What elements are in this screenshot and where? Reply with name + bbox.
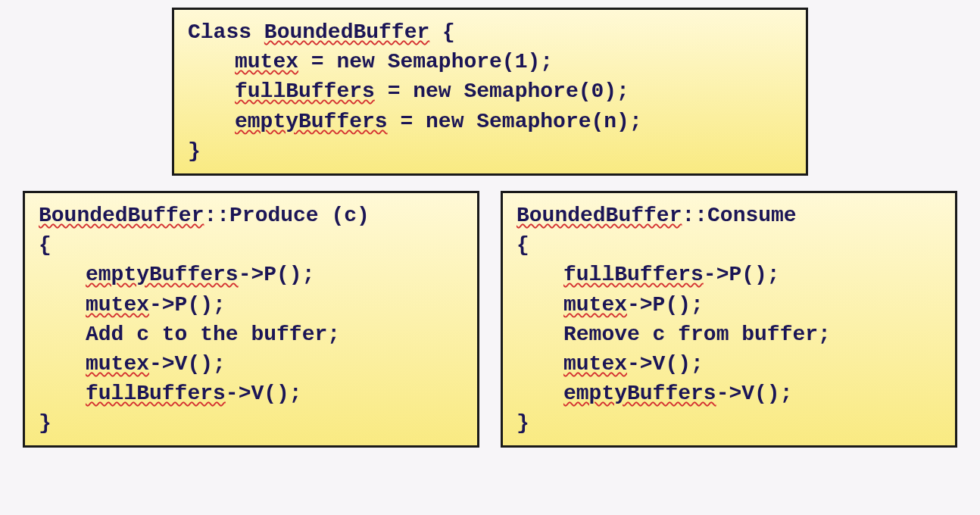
identifier-mutex: mutex	[235, 50, 298, 73]
code-line: Class BoundedBuffer {	[188, 17, 792, 47]
slide-container: Class BoundedBuffer { mutex = new Semaph…	[23, 8, 957, 448]
text: ->P();	[704, 263, 780, 286]
text: ->V();	[627, 352, 704, 376]
code-line: fullBuffers->P();	[517, 260, 941, 289]
text: }	[517, 411, 529, 435]
code-line: mutex->V();	[517, 349, 941, 379]
identifier-fullbuffers: fullBuffers	[563, 263, 704, 286]
identifier-mutex: mutex	[86, 293, 149, 317]
identifier-boundedbuffer: BoundedBuffer	[264, 20, 429, 44]
text: ->P();	[239, 263, 315, 286]
text: ::Produce (c)	[204, 204, 369, 227]
code-line: }	[188, 136, 792, 166]
identifier-fullbuffers: fullBuffers	[235, 80, 375, 103]
text: {	[39, 233, 51, 257]
identifier-fullbuffers: fullBuffers	[86, 382, 226, 405]
text: ::Consume	[682, 204, 796, 227]
text: Class	[188, 20, 264, 44]
text: ->V();	[226, 382, 302, 405]
produce-method-box: BoundedBuffer::Produce (c) { emptyBuffer…	[23, 191, 479, 448]
identifier-mutex: mutex	[86, 352, 149, 376]
code-line: BoundedBuffer::Produce (c)	[39, 201, 463, 230]
identifier-boundedbuffer: BoundedBuffer	[517, 204, 682, 227]
text: }	[39, 411, 51, 435]
code-line: {	[39, 230, 463, 260]
class-definition-box: Class BoundedBuffer { mutex = new Semaph…	[172, 8, 808, 176]
text: {	[517, 233, 529, 257]
code-line: emptyBuffers = new Semaphore(n);	[188, 107, 792, 136]
text: = new Semaphore(0);	[375, 80, 629, 103]
code-line: fullBuffers = new Semaphore(0);	[188, 76, 792, 106]
code-line: mutex->P();	[39, 290, 463, 320]
code-line: BoundedBuffer::Consume	[517, 201, 941, 230]
identifier-emptybuffers: emptyBuffers	[563, 382, 716, 405]
code-line: mutex = new Semaphore(1);	[188, 47, 792, 76]
text: = new Semaphore(n);	[388, 110, 642, 133]
code-line: Remove c from buffer;	[517, 320, 941, 349]
code-line: {	[517, 230, 941, 260]
text: ->V();	[149, 352, 226, 376]
identifier-mutex: mutex	[563, 352, 627, 376]
consume-method-box: BoundedBuffer::Consume { fullBuffers->P(…	[501, 191, 957, 448]
text: Add c to the buffer;	[86, 323, 340, 346]
code-line: mutex->V();	[39, 349, 463, 379]
text: }	[188, 139, 201, 163]
text: ->P();	[627, 293, 704, 317]
identifier-emptybuffers: emptyBuffers	[235, 110, 388, 133]
bottom-row: BoundedBuffer::Produce (c) { emptyBuffer…	[23, 191, 957, 448]
text: {	[429, 20, 455, 44]
identifier-emptybuffers: emptyBuffers	[86, 263, 239, 286]
text: ->V();	[716, 382, 793, 405]
code-line: emptyBuffers->V();	[517, 379, 941, 408]
text: Remove c from buffer;	[563, 323, 831, 346]
text: ->P();	[149, 293, 226, 317]
code-line: }	[39, 408, 463, 438]
text: = new Semaphore(1);	[298, 50, 553, 73]
identifier-boundedbuffer: BoundedBuffer	[39, 204, 204, 227]
code-line: emptyBuffers->P();	[39, 260, 463, 289]
code-line: mutex->P();	[517, 290, 941, 320]
code-line: }	[517, 408, 941, 438]
identifier-mutex: mutex	[563, 293, 627, 317]
code-line: fullBuffers->V();	[39, 379, 463, 408]
code-line: Add c to the buffer;	[39, 320, 463, 349]
